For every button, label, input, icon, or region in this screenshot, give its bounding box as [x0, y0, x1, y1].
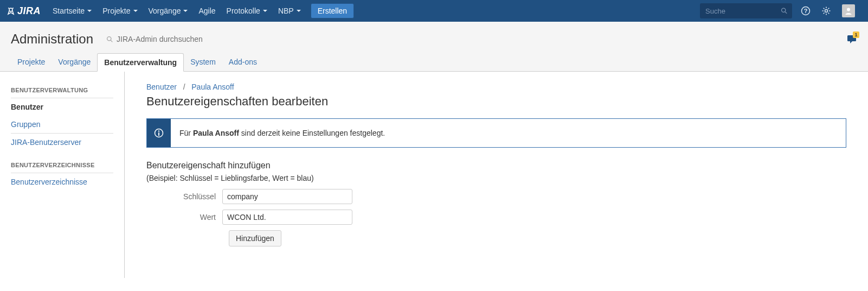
- admin-search-placeholder: JIRA-Admin durchsuchen: [117, 35, 203, 43]
- breadcrumb: Benutzer / Paula Ansoff: [146, 83, 846, 91]
- tab-system[interactable]: System: [184, 53, 222, 71]
- help-icon: ?: [801, 6, 811, 16]
- nav-right: ?: [700, 0, 861, 22]
- top-nav: JIRA Startseite Projekte Vorgänge Agile …: [0, 0, 868, 22]
- info-suffix: sind derzeit keine Einstellungen festgel…: [239, 129, 385, 137]
- help-menu[interactable]: ?: [796, 0, 817, 22]
- admin-tabs: Projekte Vorgänge Benutzerverwaltung Sys…: [0, 53, 868, 71]
- svg-point-7: [825, 10, 828, 12]
- nav-nbp[interactable]: NBP: [273, 0, 306, 22]
- info-username: Paula Ansoff: [193, 129, 239, 137]
- user-menu[interactable]: [838, 0, 861, 22]
- svg-line-12: [824, 8, 825, 9]
- feedback-button[interactable]: 1: [846, 34, 857, 45]
- svg-text:?: ?: [804, 8, 808, 14]
- svg-rect-22: [158, 132, 159, 136]
- gear-icon: [821, 6, 831, 16]
- sidebar-item-benutzerverzeichnisse[interactable]: Benutzerverzeichnisse: [11, 173, 124, 191]
- search-input[interactable]: [704, 7, 781, 16]
- tab-vorgaenge[interactable]: Vorgänge: [52, 53, 97, 71]
- nav-vorgaenge[interactable]: Vorgänge: [143, 0, 194, 22]
- nav-label: Protokolle: [227, 7, 260, 15]
- breadcrumb-separator: /: [183, 83, 185, 91]
- info-body: Für Paula Ansoff sind derzeit keine Eins…: [171, 119, 394, 147]
- info-prefix: Für: [179, 129, 193, 137]
- svg-line-15: [828, 8, 830, 9]
- logo-text: JIRA: [17, 5, 41, 17]
- sidebar-item-jira-benutzerserver[interactable]: JIRA-Benutzerserver: [11, 134, 124, 151]
- nav-label: NBP: [278, 7, 294, 15]
- nav-label: Startseite: [53, 7, 85, 15]
- tab-benutzerverwaltung[interactable]: Benutzerverwaltung: [97, 53, 184, 72]
- global-search[interactable]: [700, 3, 792, 18]
- sidebar-section-benutzerverzeichnisse: BENUTZERVERZEICHNISSE: [11, 157, 113, 173]
- jira-logo[interactable]: JIRA: [7, 5, 41, 17]
- form-row-key: Schlüssel: [146, 189, 846, 204]
- nav-label: Agile: [198, 7, 215, 15]
- search-icon: [106, 36, 113, 43]
- feedback-badge: 1: [853, 31, 859, 38]
- page-heading: Benutzereigenschaften bearbeiten: [146, 94, 846, 109]
- sidebar-section-benutzerverwaltung: BENUTZERVERWALTUNG: [11, 83, 113, 98]
- form-row-value: Wert: [146, 210, 846, 225]
- admin-search[interactable]: JIRA-Admin durchsuchen: [106, 35, 203, 43]
- nav-startseite[interactable]: Startseite: [47, 0, 97, 22]
- chevron-down-icon: [297, 10, 301, 12]
- sidebar: BENUTZERVERWALTUNG Benutzer Gruppen JIRA…: [0, 72, 125, 278]
- main-content: Benutzer / Paula Ansoff Benutzereigensch…: [125, 72, 868, 278]
- nav-items: Startseite Projekte Vorgänge Agile Proto…: [47, 0, 354, 22]
- svg-point-16: [847, 8, 850, 11]
- label-value: Wert: [146, 213, 222, 222]
- info-icon: [154, 128, 164, 138]
- chevron-down-icon: [87, 10, 92, 12]
- nav-protokolle[interactable]: Protokolle: [221, 0, 273, 22]
- svg-point-1: [8, 8, 9, 9]
- nav-projekte[interactable]: Projekte: [97, 0, 143, 22]
- admin-header: Administration JIRA-Admin durchsuchen 1 …: [0, 22, 868, 72]
- svg-line-4: [785, 12, 787, 14]
- svg-line-14: [824, 13, 825, 14]
- sidebar-item-benutzer[interactable]: Benutzer: [11, 98, 124, 116]
- svg-point-17: [107, 36, 111, 40]
- chevron-down-icon: [133, 10, 138, 12]
- chevron-down-icon: [183, 10, 188, 12]
- user-icon: [844, 7, 853, 15]
- add-button[interactable]: Hinzufügen: [229, 230, 281, 246]
- nav-label: Projekte: [102, 7, 130, 15]
- breadcrumb-current[interactable]: Paula Ansoff: [191, 83, 234, 91]
- svg-point-2: [12, 8, 14, 9]
- avatar: [842, 4, 855, 17]
- info-icon-column: [147, 119, 171, 147]
- svg-point-3: [782, 8, 786, 12]
- info-panel: Für Paula Ansoff sind derzeit keine Eins…: [146, 118, 846, 148]
- admin-title-row: Administration JIRA-Admin durchsuchen 1: [0, 22, 868, 53]
- create-button[interactable]: Erstellen: [311, 3, 354, 18]
- svg-line-13: [828, 13, 830, 14]
- svg-point-0: [9, 8, 12, 11]
- body: BENUTZERVERWALTUNG Benutzer Gruppen JIRA…: [0, 72, 868, 278]
- input-key[interactable]: [222, 189, 352, 204]
- nav-agile[interactable]: Agile: [193, 0, 221, 22]
- input-value[interactable]: [222, 210, 352, 225]
- svg-line-18: [111, 40, 112, 42]
- section-heading: Benutzereigenschaft hinzufügen: [146, 161, 846, 170]
- nav-label: Vorgänge: [149, 7, 181, 15]
- tab-projekte[interactable]: Projekte: [11, 53, 52, 71]
- label-key: Schlüssel: [146, 192, 222, 201]
- search-icon: [781, 7, 788, 15]
- form-hint: (Beispiel: Schlüssel = Lieblingsfarbe, W…: [146, 174, 846, 182]
- chevron-down-icon: [263, 10, 267, 12]
- tab-addons[interactable]: Add-ons: [222, 53, 263, 71]
- page-title: Administration: [11, 31, 93, 47]
- svg-point-21: [158, 130, 159, 131]
- settings-menu[interactable]: [817, 0, 838, 22]
- sidebar-item-gruppen[interactable]: Gruppen: [11, 116, 113, 134]
- breadcrumb-root[interactable]: Benutzer: [146, 83, 177, 91]
- jira-logo-icon: [7, 7, 15, 15]
